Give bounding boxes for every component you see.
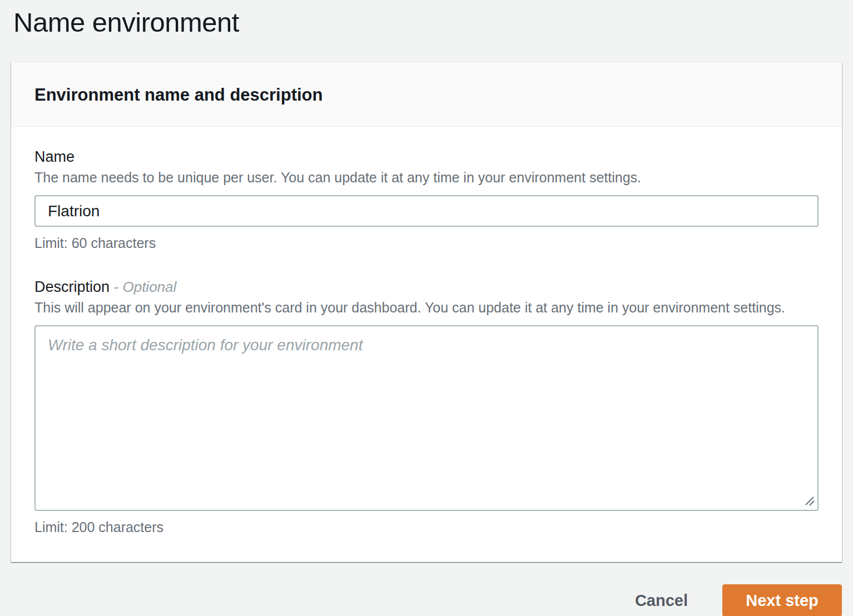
name-field-group: Name The name needs to be unique per use… (34, 148, 819, 251)
name-input[interactable] (34, 195, 819, 227)
description-textarea[interactable] (34, 325, 819, 511)
optional-suffix: - Optional (114, 279, 177, 295)
page-title: Name environment (13, 6, 853, 39)
panel-header: Environment name and description (11, 63, 842, 127)
panel-body: Name The name needs to be unique per use… (11, 127, 842, 562)
environment-name-panel: Environment name and description Name Th… (11, 62, 842, 562)
description-textarea-wrap (34, 325, 819, 511)
next-step-button[interactable]: Next step (722, 584, 842, 616)
name-field-label: Name (34, 148, 819, 166)
wizard-actions: Cancel Next step (11, 584, 842, 616)
description-limit-note: Limit: 200 characters (34, 519, 819, 535)
panel-header-title: Environment name and description (34, 85, 819, 105)
name-field-help: The name needs to be unique per user. Yo… (34, 169, 819, 186)
description-label-text: Description (34, 279, 110, 295)
description-field-label: Description - Optional (34, 278, 819, 296)
description-field-group: Description - Optional This will appear … (34, 278, 819, 535)
description-field-help: This will appear on your environment's c… (34, 299, 819, 316)
cancel-button[interactable]: Cancel (635, 592, 688, 610)
name-limit-note: Limit: 60 characters (34, 235, 819, 251)
